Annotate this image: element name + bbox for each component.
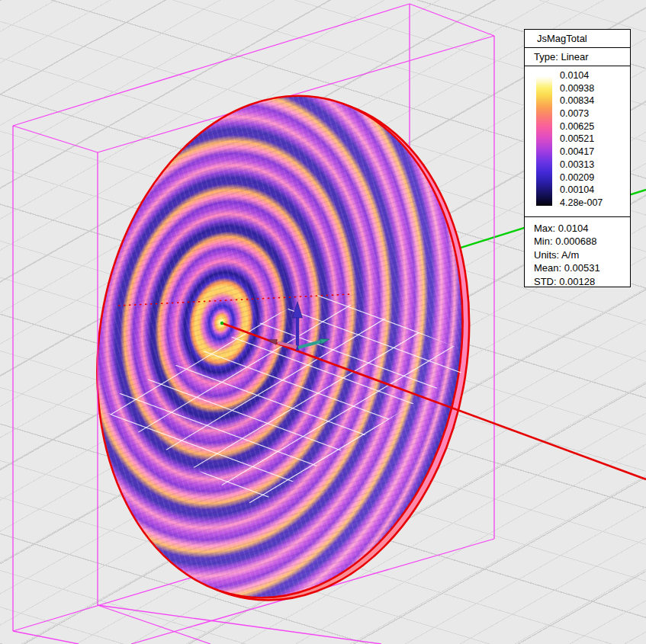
colorbar-tick-labels: 0.01040.009380.008340.00730.006250.00521… — [560, 70, 603, 209]
stat-min: Min: 0.000688 — [534, 235, 630, 248]
viewport-3d[interactable]: JsMagTotal Type: Linear 0.01040.009380.0… — [0, 0, 646, 644]
legend-statistics: Max: 0.0104 Min: 0.000688 Units: A/m Mea… — [525, 217, 630, 288]
colorbar-tick-label: 0.00313 — [560, 159, 603, 171]
box-edge-top-rear-right — [410, 4, 494, 36]
field-plot-legend[interactable]: JsMagTotal Type: Linear 0.01040.009380.0… — [524, 29, 631, 287]
colorbar-tick-label: 0.00417 — [560, 146, 603, 158]
stat-mean: Mean: 0.00531 — [534, 261, 630, 274]
stat-units: Units: A/m — [534, 248, 630, 261]
colorbar-tick-label: 0.00625 — [560, 121, 603, 133]
legend-scale-type: Type: Linear — [525, 48, 630, 66]
stat-std: STD: 0.00128 — [534, 275, 630, 288]
colorbar-gradient — [536, 76, 552, 206]
colorbar-tick-label: 0.00938 — [560, 83, 603, 95]
colorbar-tick-label: 0.00104 — [560, 184, 603, 196]
colorbar-tick-label: 0.00834 — [560, 95, 603, 107]
colorbar-tick-label: 0.00521 — [560, 133, 603, 145]
disk-mesh-texture — [64, 71, 496, 623]
colorbar-tick-label: 0.0073 — [560, 108, 603, 120]
origin-marker — [220, 322, 223, 325]
stat-max: Max: 0.0104 — [534, 222, 630, 235]
box-edge-bottom-front — [98, 605, 381, 644]
colorbar-tick-label: 0.00209 — [560, 172, 603, 184]
legend-colorbar-section: 0.01040.009380.008340.00730.006250.00521… — [525, 66, 630, 217]
box-edge-top-left — [13, 126, 98, 152]
colorbar-tick-label: 0.0104 — [560, 70, 603, 82]
box-edge-bottom-left-b — [98, 605, 211, 644]
legend-title: JsMagTotal — [525, 30, 630, 48]
colorbar-tick-label: 4.28e-007 — [560, 197, 603, 209]
box-edge-bottom-left-a — [13, 631, 79, 644]
